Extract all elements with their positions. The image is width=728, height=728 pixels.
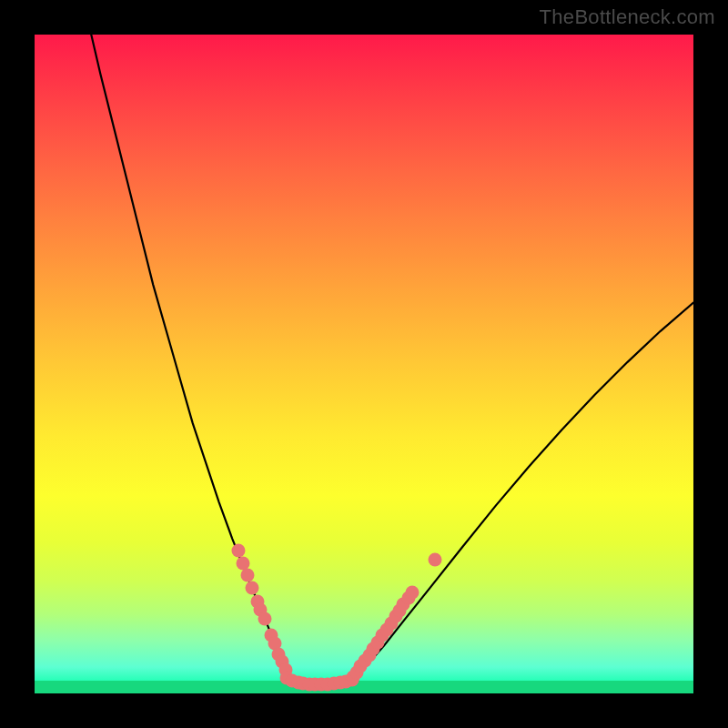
chart-marker xyxy=(240,568,254,581)
chart-marker xyxy=(245,581,258,595)
chart-marker xyxy=(405,585,419,599)
chart-marker xyxy=(231,543,245,557)
baseline-band xyxy=(35,681,693,693)
watermark-text: TheBottleneck.com xyxy=(540,5,715,29)
chart-curve xyxy=(35,35,693,693)
chart-marker xyxy=(429,553,442,567)
chart-plot-area xyxy=(35,35,693,693)
chart-marker xyxy=(258,612,271,626)
